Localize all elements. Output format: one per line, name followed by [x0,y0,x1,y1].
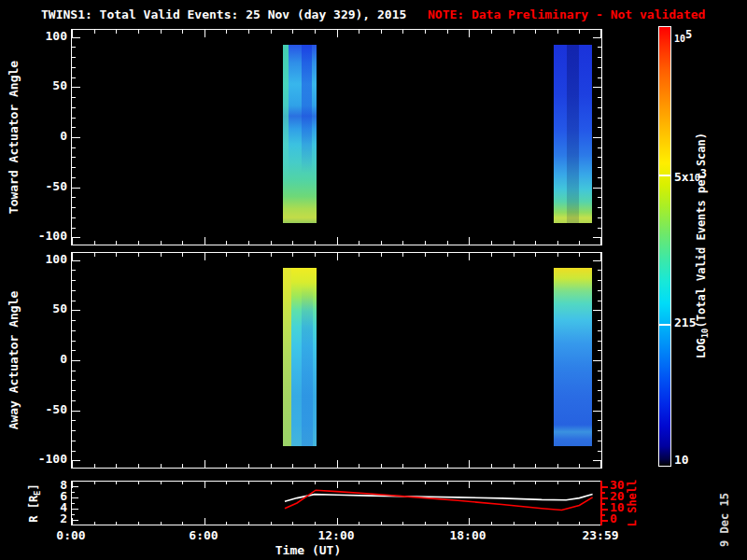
x-tick [292,464,293,468]
x-tick [315,253,316,257]
y-tick-label: 50 [26,301,67,316]
x-tick [535,30,536,34]
x-tick [402,241,403,245]
x-tick [94,241,95,245]
x-tick [514,464,514,468]
x-tick [359,30,359,34]
y-tick [598,197,601,198]
x-tick [557,464,558,468]
l-shell-tick [602,486,608,488]
x-tick [600,460,601,468]
y-tick [72,411,80,412]
y-tick [72,237,80,238]
y-tick [72,137,80,138]
y-tick [72,430,76,431]
x-tick [535,464,536,468]
y-tick-label: -50 [26,402,67,417]
y-tick [72,371,76,371]
x-tick [579,241,580,245]
away-panel-ylabel: Away Actuator Angle [7,291,21,430]
y-tick [72,87,80,88]
x-tick [447,253,448,257]
x-tick [138,464,139,468]
y-tick [72,330,76,331]
y-tick [72,441,76,441]
colorbar-tick-label: 10 [674,453,689,468]
l-shell-tick [602,503,605,505]
x-tick [72,30,73,37]
y-tick [72,177,76,178]
colorbar-tick-label: 215 [674,315,696,330]
y-tick [598,400,601,401]
x-tick [315,241,316,245]
y-tick [593,188,601,189]
y-tick [598,350,601,351]
y-tick [598,67,601,68]
x-tick [138,30,139,34]
y-tick [593,260,601,261]
x-tick [94,464,95,468]
y-tick [598,118,601,119]
y-tick [598,420,601,421]
x-tick-label: 6:00 [176,528,232,543]
y-tick [598,157,601,158]
y-tick [598,177,601,178]
x-tick [402,464,403,468]
x-tick [469,30,470,37]
y-tick-label: -100 [26,229,67,244]
orbit-lines [72,482,601,525]
x-tick [248,30,249,34]
time-axis-label: Time (UT) [275,543,341,558]
colorbar-tick-label: 105 [674,27,692,47]
x-tick [425,241,426,245]
y-tick [598,280,601,281]
x-tick [161,30,162,34]
y-tick [598,390,601,391]
x-tick [182,464,183,468]
x-tick [535,241,536,245]
heatmap-band [283,268,317,446]
x-tick [182,253,183,257]
y-tick [593,460,601,461]
x-tick [226,464,227,468]
y-tick [593,37,601,38]
y-tick [598,228,601,229]
y-tick [72,118,76,119]
orbit-line-panel [71,481,602,525]
x-tick [535,253,536,257]
y-tick [598,217,601,218]
r-line [285,495,593,502]
heatmap-band-overlay [302,268,314,446]
y-tick [72,460,80,461]
x-tick [72,460,73,468]
colorbar-tick-label: 5x103 [674,166,707,186]
x-tick-label: 18:00 [440,528,496,543]
l-shell-tick [602,492,605,494]
x-tick [469,237,470,245]
x-tick [72,237,73,245]
x-tick [381,30,382,34]
y-tick [72,451,76,452]
x-tick [381,241,382,245]
x-tick [138,253,139,257]
x-tick [271,241,272,245]
y-tick [598,441,601,441]
x-tick [271,464,272,468]
y-tick [598,57,601,58]
y-tick [72,390,76,391]
x-tick [248,241,249,245]
x-tick [600,30,601,37]
x-tick [94,253,95,257]
y-tick [72,167,76,168]
l-shell-tick [602,520,608,522]
x-tick [204,460,205,468]
x-tick [248,464,249,468]
y-tick [598,47,601,48]
plot-title: TWINS1: Total Valid Events: 25 Nov (day … [41,7,406,22]
colorbar-threshold-dash [659,324,670,326]
x-tick [182,241,183,245]
x-tick [579,253,580,257]
x-tick [447,464,448,468]
y-tick [72,57,76,58]
x-tick [381,253,382,257]
